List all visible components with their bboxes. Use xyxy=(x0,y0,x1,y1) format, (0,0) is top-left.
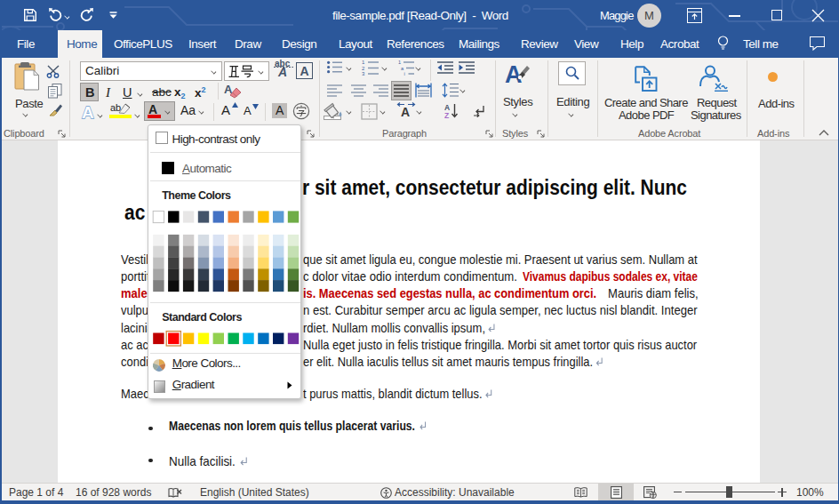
svg-text:3: 3 xyxy=(362,71,365,76)
svg-text:A: A xyxy=(401,105,410,118)
svg-text:A: A xyxy=(82,103,94,121)
svg-text:i: i xyxy=(404,71,405,76)
svg-text:1: 1 xyxy=(398,60,401,65)
svg-text:Z: Z xyxy=(444,111,449,119)
svg-text:2: 2 xyxy=(362,66,365,71)
svg-text:1: 1 xyxy=(362,60,365,65)
svg-text:a: a xyxy=(401,66,404,71)
svg-text:A: A xyxy=(505,61,523,85)
